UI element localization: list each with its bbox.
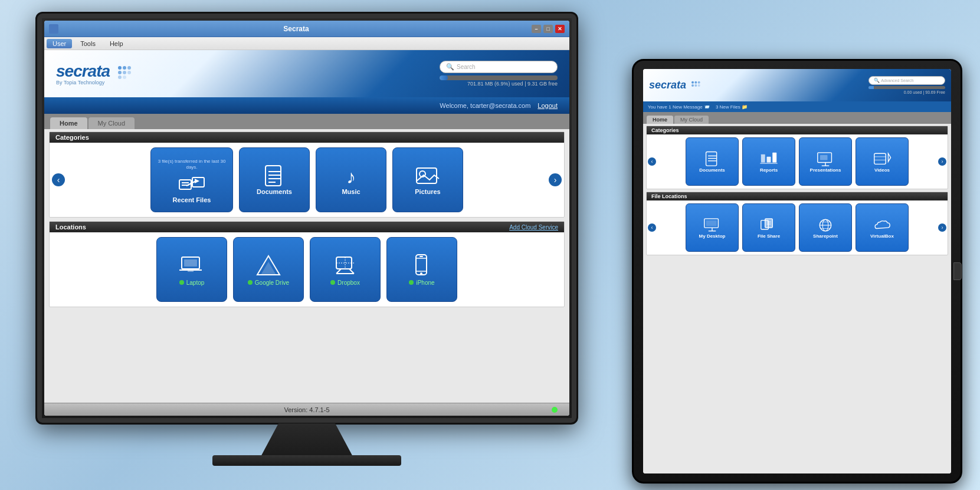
recent-files-icon: [178, 173, 205, 196]
tablet-file-share-label: File Share: [758, 234, 780, 239]
search-box[interactable]: 🔍 Search: [440, 61, 558, 73]
tablet-categories-tiles: Documents Reports: [655, 137, 939, 186]
tablet-locations-tiles: My Desktop File Share: [655, 203, 939, 252]
locations-body: Laptop Goog: [50, 232, 564, 307]
tile-music[interactable]: ♪ Music: [316, 147, 386, 212]
tablet-main-content: Categories ‹ Documents: [643, 124, 951, 473]
tablet-search-box[interactable]: 🔍 Advanced Search: [868, 76, 945, 85]
tablet-file-locations-section: File Locations ‹: [646, 192, 948, 255]
carousel-prev-button[interactable]: ‹: [52, 173, 65, 186]
tile-pictures[interactable]: Pictures: [392, 147, 463, 212]
tablet-categories-section: Categories ‹ Documents: [646, 126, 948, 189]
iphone-icon: [408, 254, 435, 277]
tablet-tile-presentations[interactable]: Presentations: [799, 137, 852, 186]
tablet-device: secrata 🔍 Advanced: [632, 59, 962, 484]
laptop-icon: [178, 254, 205, 277]
header-right: 🔍 Search 701.81 MB (6.9%) used | 9.31 GB…: [440, 61, 558, 87]
tablet-tab-my-cloud[interactable]: My Cloud: [674, 116, 709, 124]
tablet-tile-file-share[interactable]: File Share: [742, 203, 795, 252]
tablet-documents-icon: [703, 151, 722, 167]
menu-tools[interactable]: Tools: [74, 39, 101, 48]
tablet-screen: secrata 🔍 Advanced: [643, 69, 951, 473]
tablet-storage-fill: [868, 86, 874, 89]
menu-user[interactable]: User: [47, 39, 72, 48]
tab-my-cloud[interactable]: My Cloud: [89, 117, 135, 129]
tablet-tabs-bar: Home My Cloud: [643, 112, 951, 124]
tablet-tile-reports[interactable]: Reports: [742, 137, 795, 186]
tablet-carousel-next[interactable]: ›: [938, 157, 946, 166]
tablet-presentations-icon: [816, 151, 835, 167]
tablet-carousel-prev[interactable]: ‹: [648, 157, 656, 166]
tablet-tile-virtualbox[interactable]: VirtualBox: [856, 203, 909, 252]
tablet-loc-next[interactable]: ›: [938, 223, 946, 232]
svg-point-4: [123, 71, 126, 74]
app-logo: secrata: [56, 62, 174, 81]
locations-header: Locations Add Cloud Service: [50, 222, 564, 232]
svg-point-42: [691, 84, 694, 87]
tablet-frame: secrata 🔍 Advanced: [632, 59, 962, 484]
menu-help[interactable]: Help: [104, 39, 129, 48]
categories-header: Categories: [50, 132, 564, 143]
tablet-categories-header: Categories: [647, 126, 948, 134]
menu-bar: User Tools Help: [44, 37, 569, 50]
minimize-button[interactable]: –: [532, 25, 541, 33]
logout-link[interactable]: Logout: [537, 102, 558, 109]
tablet-sharepoint-icon: [816, 217, 835, 234]
tablet-home-button[interactable]: [953, 262, 962, 280]
svg-rect-51: [772, 152, 776, 162]
carousel-next-button[interactable]: ›: [549, 173, 562, 186]
tablet-loc-prev[interactable]: ‹: [648, 223, 656, 232]
tile-documents[interactable]: Documents: [239, 147, 310, 212]
monitor-device: Secrata – □ ✕ User Tools Help secrata: [35, 12, 596, 472]
window-titlebar: Secrata – □ ✕: [44, 21, 569, 37]
tablet-desktop-label: My Desktop: [699, 234, 726, 239]
svg-point-6: [118, 75, 122, 79]
svg-marker-27: [261, 262, 276, 275]
tile-laptop[interactable]: Laptop: [156, 237, 227, 302]
logo-dots-icon: [116, 65, 134, 80]
maximize-button[interactable]: □: [543, 25, 553, 33]
dropbox-status-dot: [330, 280, 335, 285]
documents-icon: [261, 165, 288, 188]
tablet-virtualbox-label: VirtualBox: [870, 234, 894, 239]
svg-point-5: [127, 71, 131, 74]
svg-point-3: [118, 71, 122, 74]
laptop-status-dot: [179, 280, 184, 285]
monitor-base: [212, 455, 401, 466]
svg-rect-50: [767, 156, 771, 162]
close-button[interactable]: ✕: [555, 25, 565, 33]
gdrive-status-dot: [248, 280, 253, 285]
add-cloud-link[interactable]: Add Cloud Service: [509, 224, 558, 231]
tablet-tile-videos[interactable]: Videos: [856, 137, 909, 186]
search-placeholder: Search: [457, 64, 476, 70]
tile-dropbox[interactable]: Dropbox: [310, 237, 381, 302]
tablet-tile-sharepoint[interactable]: Sharepoint: [799, 203, 852, 252]
tablet-logo-area: secrata: [649, 79, 702, 91]
svg-point-43: [694, 84, 697, 87]
tablet-presentations-label: Presentations: [810, 167, 841, 173]
tile-recent-files[interactable]: 3 file(s) transferred in the last 30 day…: [150, 147, 233, 212]
gdrive-status: Google Drive: [248, 279, 289, 286]
tile-google-drive[interactable]: Google Drive: [233, 237, 304, 302]
svg-rect-45: [706, 152, 717, 166]
tablet-logo-dots-icon: [690, 81, 702, 90]
search-icon: 🔍: [446, 63, 454, 71]
svg-point-41: [698, 81, 700, 84]
svg-rect-64: [706, 220, 717, 226]
svg-rect-66: [765, 218, 773, 227]
music-icon: ♪: [337, 165, 365, 188]
svg-point-0: [118, 66, 122, 70]
tile-iphone[interactable]: iPhone: [386, 237, 457, 302]
tablet-tile-documents[interactable]: Documents: [686, 137, 739, 186]
tab-home[interactable]: Home: [50, 117, 87, 129]
svg-text:♪: ♪: [346, 166, 356, 188]
tablet-tab-home[interactable]: Home: [647, 116, 673, 124]
google-drive-icon: [255, 254, 282, 277]
iphone-status: iPhone: [409, 279, 434, 286]
welcome-text: Welcome, tcarter@secrata.com: [440, 102, 530, 109]
tablet-categories-body: ‹ Documents: [647, 134, 948, 189]
svg-point-44: [698, 84, 700, 87]
svg-point-39: [691, 81, 694, 84]
tablet-tile-desktop[interactable]: My Desktop: [686, 203, 739, 252]
tablet-file-share-icon: [759, 217, 778, 234]
